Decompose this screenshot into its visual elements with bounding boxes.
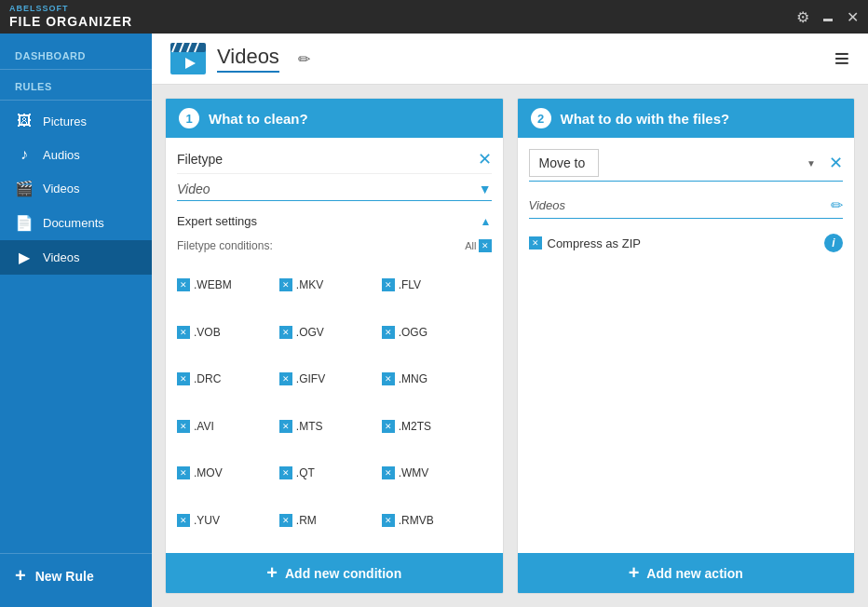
filetype-dropdown-arrow[interactable]: ▼ — [479, 182, 492, 196]
new-rule-button[interactable]: + New Rule — [0, 553, 152, 598]
close-icon[interactable]: ✕ — [847, 8, 859, 26]
extension-label: .RMVB — [399, 514, 434, 527]
add-action-button[interactable]: + Add new action — [518, 553, 855, 593]
extension-checkbox[interactable]: ✕ — [279, 326, 292, 339]
extension-item: ✕.MTS — [279, 405, 376, 449]
sidebar-label-videos: Videos — [43, 182, 80, 196]
extension-checkbox[interactable]: ✕ — [177, 372, 190, 385]
extension-label: .DRC — [194, 372, 221, 385]
rules-label: RULES — [0, 74, 152, 96]
action-close-button[interactable]: ✕ — [829, 153, 843, 173]
dashboard-label[interactable]: DASHBOARD — [0, 43, 152, 65]
all-close-icon[interactable]: ✕ — [479, 239, 492, 252]
sidebar-item-pictures[interactable]: 🖼 Pictures — [0, 104, 152, 138]
filetype-conditions-row: Filetype conditions: All ✕ — [177, 239, 492, 252]
extension-item: ✕.AVI — [177, 405, 274, 449]
videos2-icon: ▶ — [15, 249, 34, 266]
action-select[interactable]: Move to Copy to Delete Rename — [529, 149, 599, 177]
extension-label: .OGG — [399, 326, 427, 339]
edit-title-icon[interactable]: ✏ — [298, 50, 310, 68]
expert-settings-arrow-icon: ▲ — [481, 215, 492, 228]
extension-label: .M2TS — [399, 420, 431, 433]
extension-checkbox[interactable]: ✕ — [382, 420, 395, 433]
sidebar-item-audios[interactable]: ♪ Audios — [0, 138, 152, 171]
extension-label: .YUV — [194, 514, 220, 527]
extension-checkbox[interactable]: ✕ — [279, 514, 292, 527]
folder-row: Videos ✏ — [529, 196, 844, 219]
action-panel-title: What to do with the files? — [561, 111, 730, 127]
sidebar-bottom: + New Rule — [0, 544, 152, 607]
folder-edit-icon[interactable]: ✏ — [831, 196, 843, 214]
filetype-row: Filetype ✕ — [177, 149, 492, 174]
sidebar-label-pictures: Pictures — [43, 115, 87, 128]
product-name: FILE ORGANIZER — [9, 14, 132, 30]
extension-label: .OGV — [296, 326, 324, 339]
content-header: Videos ✏ ≡ — [152, 34, 868, 85]
sidebar-item-videos[interactable]: 🎬 Videos — [0, 171, 152, 206]
sidebar-item-videos-active[interactable]: ▶ Videos — [0, 240, 152, 275]
action-panel-body: Move to Copy to Delete Rename ✕ Videos ✏ — [518, 138, 855, 553]
extension-checkbox[interactable]: ✕ — [177, 420, 190, 433]
menu-icon[interactable]: ≡ — [834, 44, 849, 74]
extension-item: ✕.QT — [279, 452, 376, 495]
extension-item: ✕.M2TS — [382, 405, 479, 449]
extension-checkbox[interactable]: ✕ — [177, 514, 190, 527]
sidebar-nav-section: DASHBOARD RULES 🖼 Pictures ♪ Audios 🎬 Vi… — [0, 34, 152, 284]
extension-checkbox[interactable]: ✕ — [177, 326, 190, 339]
expert-settings-toggle[interactable]: Expert settings ▲ — [177, 214, 492, 228]
condition-panel: 1 What to clean? Filetype ✕ Video ▼ — [165, 98, 504, 594]
sidebar-label-audios: Audios — [43, 148, 80, 162]
add-action-label: Add new action — [646, 566, 742, 581]
add-condition-button[interactable]: + Add new condition — [166, 553, 503, 593]
page-title: Videos — [217, 45, 279, 69]
extension-checkbox[interactable]: ✕ — [382, 326, 395, 339]
extension-item: ✕.FLV — [382, 263, 479, 307]
filetype-close-button[interactable]: ✕ — [478, 149, 492, 169]
extension-label: .MKV — [296, 278, 323, 291]
sidebar-item-documents[interactable]: 📄 Documents — [0, 206, 152, 240]
compress-info-icon[interactable]: i — [824, 234, 843, 252]
title-underline — [217, 71, 279, 73]
compress-checkbox[interactable]: ✕ — [529, 236, 542, 250]
extension-checkbox[interactable]: ✕ — [382, 514, 395, 527]
extension-item: ✕.RMVB — [382, 499, 479, 543]
extension-checkbox[interactable]: ✕ — [177, 466, 190, 479]
extension-checkbox[interactable]: ✕ — [279, 372, 292, 385]
pictures-icon: 🖼 — [15, 113, 34, 129]
extension-item: ✕.GIFV — [279, 357, 376, 401]
extension-label: .QT — [296, 466, 315, 479]
extension-checkbox[interactable]: ✕ — [382, 372, 395, 385]
extension-item: ✕.OGV — [279, 311, 376, 355]
extension-checkbox[interactable]: ✕ — [382, 278, 395, 291]
add-action-plus-icon: + — [629, 562, 640, 584]
extension-checkbox[interactable]: ✕ — [177, 278, 190, 291]
extension-item: ✕.YUV — [177, 499, 274, 543]
sidebar: DASHBOARD RULES 🖼 Pictures ♪ Audios 🎬 Vi… — [0, 34, 152, 607]
extension-item: ✕.MKV — [279, 263, 376, 307]
action-panel-header: 2 What to do with the files? — [518, 99, 855, 138]
extension-label: .GIFV — [296, 372, 325, 385]
extension-label: .WMV — [399, 466, 429, 479]
filetype-select-value: Video — [177, 182, 210, 196]
audios-icon: ♪ — [15, 146, 34, 163]
settings-icon[interactable]: ⚙ — [796, 8, 809, 26]
extension-checkbox[interactable]: ✕ — [279, 420, 292, 433]
extension-checkbox[interactable]: ✕ — [279, 278, 292, 291]
condition-number: 1 — [179, 108, 199, 128]
action-select-row: Move to Copy to Delete Rename ✕ — [529, 149, 844, 182]
extension-label: .AVI — [194, 420, 214, 433]
compress-left: ✕ Compress as ZIP — [529, 236, 641, 250]
documents-icon: 📄 — [15, 214, 34, 232]
minimize-icon[interactable]: 🗕 — [821, 8, 835, 25]
new-rule-label: New Rule — [35, 569, 94, 584]
extension-label: .VOB — [194, 326, 221, 339]
rules-body: 1 What to clean? Filetype ✕ Video ▼ — [152, 85, 868, 607]
extension-checkbox[interactable]: ✕ — [382, 466, 395, 479]
extension-label: .MTS — [296, 420, 323, 433]
extension-checkbox[interactable]: ✕ — [279, 466, 292, 479]
brand-name: ABELSSOFT — [9, 4, 132, 14]
extensions-grid: ✕.WEBM✕.MKV✕.FLV✕.VOB✕.OGV✕.OGG✕.DRC✕.GI… — [177, 263, 492, 542]
extension-item: ✕.MNG — [382, 357, 479, 401]
condition-panel-header: 1 What to clean? — [166, 99, 503, 138]
all-label: All — [465, 240, 476, 251]
